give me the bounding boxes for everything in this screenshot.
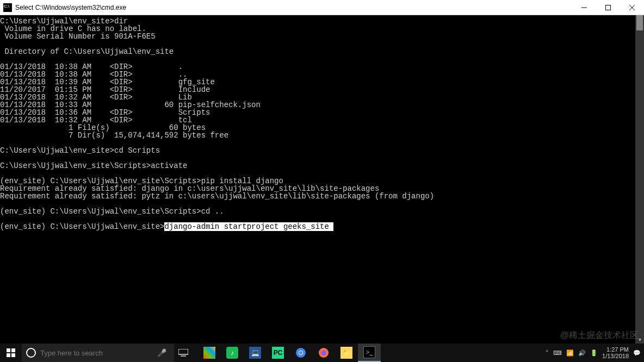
start-button[interactable] bbox=[0, 344, 22, 362]
mic-icon[interactable]: 🎤 bbox=[154, 348, 170, 357]
task-view-button[interactable] bbox=[174, 344, 193, 362]
selected-command-text[interactable]: django-admin startproject geeks_site bbox=[164, 222, 333, 231]
tray-battery-icon[interactable]: 🔋 bbox=[590, 349, 598, 357]
watermark-text: @稀土掘金技术社区 bbox=[560, 330, 639, 341]
windows-taskbar: 🎤 ♪ 💻 PC 📁 >_ ˄ ⌨ 📶 🔊 🔋 1:27 PM 1/13/201… bbox=[0, 344, 644, 362]
tray-notifications-icon[interactable]: 💬 bbox=[633, 349, 641, 357]
taskbar-search[interactable]: 🎤 bbox=[22, 344, 174, 362]
taskbar-app-pycharm[interactable]: PC bbox=[267, 344, 289, 362]
svg-rect-7 bbox=[11, 353, 15, 357]
svg-point-14 bbox=[321, 350, 326, 355]
svg-rect-8 bbox=[178, 349, 188, 354]
tray-volume-icon[interactable]: 🔊 bbox=[578, 349, 586, 357]
taskbar-app-spotify[interactable]: ♪ bbox=[221, 344, 244, 362]
svg-rect-5 bbox=[11, 348, 15, 352]
taskbar-app-explorer[interactable]: 📁 bbox=[335, 344, 358, 362]
close-button[interactable] bbox=[620, 0, 644, 15]
tray-up-icon[interactable]: ˄ bbox=[546, 349, 549, 357]
minimize-button[interactable] bbox=[572, 0, 596, 15]
scroll-thumb[interactable] bbox=[636, 15, 643, 30]
svg-point-12 bbox=[299, 351, 302, 354]
search-input[interactable] bbox=[40, 349, 150, 357]
taskbar-app-msstore[interactable] bbox=[198, 344, 221, 362]
svg-rect-6 bbox=[7, 353, 10, 357]
taskbar-app-thispc[interactable]: 💻 bbox=[244, 344, 267, 362]
tray-input-icon[interactable]: ⌨ bbox=[553, 349, 562, 357]
taskbar-app-firefox[interactable] bbox=[312, 344, 335, 362]
cortana-icon bbox=[26, 348, 36, 358]
cmd-icon bbox=[3, 3, 12, 12]
taskbar-app-cmd[interactable]: >_ bbox=[358, 344, 381, 362]
window-titlebar: Select C:\Windows\system32\cmd.exe bbox=[0, 0, 644, 15]
system-tray[interactable]: ˄ ⌨ 📶 🔊 🔋 1:27 PM 1/13/2018 💬 bbox=[546, 344, 644, 362]
tray-clock[interactable]: 1:27 PM 1/13/2018 bbox=[602, 346, 629, 359]
svg-rect-1 bbox=[606, 5, 611, 10]
taskbar-app-chrome[interactable] bbox=[289, 344, 312, 362]
svg-rect-4 bbox=[7, 348, 10, 352]
window-title: Select C:\Windows\system32\cmd.exe bbox=[15, 4, 126, 11]
maximize-button[interactable] bbox=[596, 0, 620, 15]
vertical-scrollbar[interactable]: ▴ ▾ bbox=[635, 15, 644, 344]
tray-wifi-icon[interactable]: 📶 bbox=[566, 349, 574, 357]
terminal-output[interactable]: C:\Users\Ujjwal\env_site>dir Volume in d… bbox=[0, 15, 635, 344]
